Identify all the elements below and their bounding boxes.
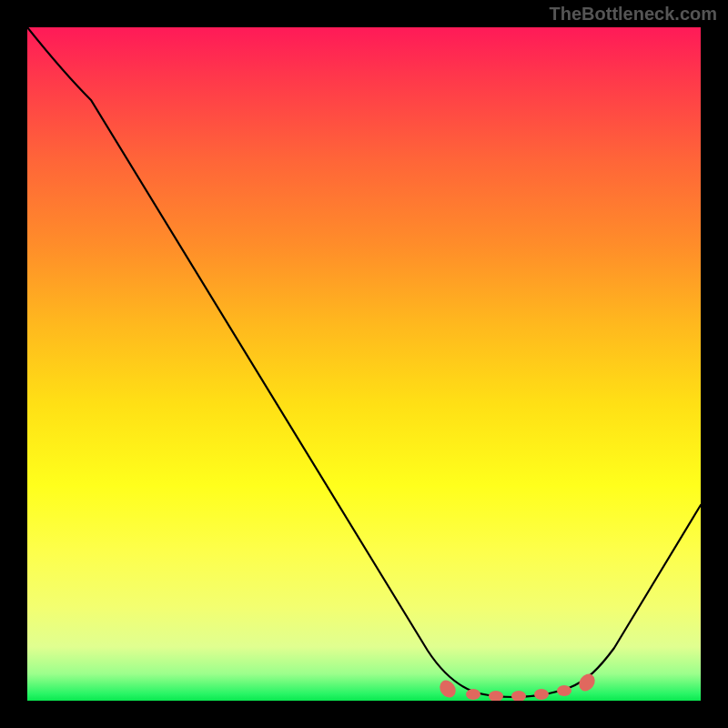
marker-dot [466,689,480,700]
plot-area [27,27,701,701]
marker-dot [534,689,549,700]
chart-container: TheBottleneck.com [0,0,728,728]
marker-dot [557,685,571,696]
marker-dot [511,691,526,701]
bottleneck-curve [27,27,701,697]
marker-dot [489,691,503,701]
watermark-label: TheBottleneck.com [550,4,717,25]
curve-svg [27,27,701,701]
